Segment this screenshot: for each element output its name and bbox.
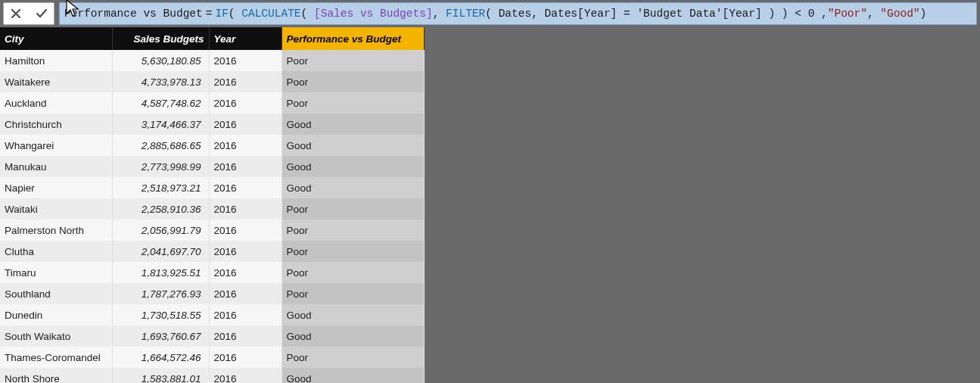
cell-year[interactable]: 2016 xyxy=(209,177,282,198)
cell-perf[interactable]: Good xyxy=(282,135,424,156)
cell-year[interactable]: 2016 xyxy=(209,114,282,135)
table-row[interactable]: Napier2,518,973.212016Good xyxy=(0,177,424,198)
cell-city[interactable]: Timaru xyxy=(0,262,112,283)
formula-bar: Performance vs Budget = IF( CALCULATE( [… xyxy=(0,0,980,27)
cell-perf[interactable]: Good xyxy=(282,156,424,177)
cell-city[interactable]: Waitaki xyxy=(0,198,112,220)
formula-input[interactable]: Performance vs Budget = IF( CALCULATE( [… xyxy=(59,2,977,25)
formula-bar-buttons xyxy=(3,2,54,25)
cell-city[interactable]: Southland xyxy=(0,283,112,304)
cell-budgets[interactable]: 1,583,881.01 xyxy=(112,368,209,383)
grid-header-row: CitySales BudgetsYearPerformance vs Budg… xyxy=(0,27,424,50)
table-row[interactable]: Auckland4,587,748.622016Poor xyxy=(0,92,424,114)
cell-perf[interactable]: Poor xyxy=(282,71,424,92)
table-row[interactable]: Manukau2,773,998.992016Good xyxy=(0,156,424,177)
cell-budgets[interactable]: 1,730,518.55 xyxy=(112,304,209,325)
cell-year[interactable]: 2016 xyxy=(209,135,282,156)
cell-city[interactable]: North Shore xyxy=(0,368,112,383)
table-row[interactable]: Southland1,787,276.932016Poor xyxy=(0,283,424,304)
formula-equals: = xyxy=(206,8,213,20)
cell-city[interactable]: Manukau xyxy=(0,156,112,177)
table-row[interactable]: Waitaki2,258,910.362016Poor xyxy=(0,198,424,220)
cell-city[interactable]: Auckland xyxy=(0,92,112,114)
cell-perf[interactable]: Poor xyxy=(282,220,424,241)
cell-city[interactable]: South Waikato xyxy=(0,325,112,347)
table-row[interactable]: Waitakere4,733,978.132016Poor xyxy=(0,71,424,92)
cell-year[interactable]: 2016 xyxy=(209,325,282,347)
cell-budgets[interactable]: 1,813,925.51 xyxy=(112,262,209,283)
cell-city[interactable]: Dunedin xyxy=(0,304,112,325)
cell-city[interactable]: Waitakere xyxy=(0,71,112,92)
table-row[interactable]: North Shore1,583,881.012016Good xyxy=(0,368,424,383)
cell-perf[interactable]: Good xyxy=(282,177,424,198)
table-row[interactable]: Christchurch3,174,466.372016Good xyxy=(0,114,424,135)
cell-perf[interactable]: Good xyxy=(282,325,424,347)
cell-year[interactable]: 2016 xyxy=(209,347,282,368)
cell-perf[interactable]: Poor xyxy=(282,50,424,71)
cell-budgets[interactable]: 2,773,998.99 xyxy=(112,156,209,177)
cell-perf[interactable]: Poor xyxy=(282,262,424,283)
cell-budgets[interactable]: 1,787,276.93 xyxy=(112,283,209,304)
cell-year[interactable]: 2016 xyxy=(209,156,282,177)
column-header-budgets[interactable]: Sales Budgets xyxy=(112,27,209,50)
cell-year[interactable]: 2016 xyxy=(209,262,282,283)
cell-budgets[interactable]: 2,258,910.36 xyxy=(112,198,209,220)
table-row[interactable]: Timaru1,813,925.512016Poor xyxy=(0,262,424,283)
cell-perf[interactable]: Poor xyxy=(282,347,424,368)
measure-name: Performance vs Budget xyxy=(64,8,203,20)
cell-perf[interactable]: Good xyxy=(282,114,424,135)
cell-year[interactable]: 2016 xyxy=(209,50,282,71)
grid-body: Hamilton5,630,180.852016PoorWaitakere4,7… xyxy=(0,50,424,383)
cell-perf[interactable]: Poor xyxy=(282,283,424,304)
cell-city[interactable]: Palmerston North xyxy=(0,220,112,241)
cell-budgets[interactable]: 2,041,697.70 xyxy=(112,241,209,262)
cell-budgets[interactable]: 4,587,748.62 xyxy=(112,92,209,114)
cell-perf[interactable]: Poor xyxy=(282,92,424,114)
commit-icon[interactable] xyxy=(33,5,51,23)
cell-budgets[interactable]: 2,056,991.79 xyxy=(112,220,209,241)
cell-year[interactable]: 2016 xyxy=(209,198,282,220)
cell-year[interactable]: 2016 xyxy=(209,304,282,325)
cell-year[interactable]: 2016 xyxy=(209,283,282,304)
cancel-icon[interactable] xyxy=(7,5,25,23)
cell-city[interactable]: Clutha xyxy=(0,241,112,262)
formula-expression: IF( CALCULATE( [Sales vs Budgets], FILTE… xyxy=(215,8,926,20)
data-grid[interactable]: CitySales BudgetsYearPerformance vs Budg… xyxy=(0,27,425,383)
cell-perf[interactable]: Poor xyxy=(282,241,424,262)
cell-city[interactable]: Thames-Coromandel xyxy=(0,347,112,368)
cell-city[interactable]: Hamilton xyxy=(0,50,112,71)
cell-budgets[interactable]: 3,174,466.37 xyxy=(112,114,209,135)
cell-year[interactable]: 2016 xyxy=(209,241,282,262)
cell-city[interactable]: Christchurch xyxy=(0,114,112,135)
table-row[interactable]: Dunedin1,730,518.552016Good xyxy=(0,304,424,325)
column-header-year[interactable]: Year xyxy=(209,27,282,50)
table-row[interactable]: South Waikato1,693,760.672016Good xyxy=(0,325,424,347)
table-row[interactable]: Palmerston North2,056,991.792016Poor xyxy=(0,220,424,241)
cell-city[interactable]: Napier xyxy=(0,177,112,198)
table-row[interactable]: Hamilton5,630,180.852016Poor xyxy=(0,50,424,71)
cell-perf[interactable]: Good xyxy=(282,304,424,325)
column-header-city[interactable]: City xyxy=(0,27,112,50)
cell-budgets[interactable]: 1,664,572.46 xyxy=(112,347,209,368)
cell-budgets[interactable]: 1,693,760.67 xyxy=(112,325,209,347)
cell-budgets[interactable]: 5,630,180.85 xyxy=(112,50,209,71)
column-header-perf[interactable]: Performance vs Budget xyxy=(282,27,424,50)
cell-year[interactable]: 2016 xyxy=(209,92,282,114)
cell-city[interactable]: Whangarei xyxy=(0,135,112,156)
data-grid-wrap: CitySales BudgetsYearPerformance vs Budg… xyxy=(0,27,980,383)
cell-budgets[interactable]: 4,733,978.13 xyxy=(112,71,209,92)
table-row[interactable]: Clutha2,041,697.702016Poor xyxy=(0,241,424,262)
cell-year[interactable]: 2016 xyxy=(209,71,282,92)
cell-year[interactable]: 2016 xyxy=(209,368,282,383)
table-row[interactable]: Whangarei2,885,686.652016Good xyxy=(0,135,424,156)
cell-perf[interactable]: Poor xyxy=(282,198,424,220)
cell-budgets[interactable]: 2,518,973.21 xyxy=(112,177,209,198)
table-row[interactable]: Thames-Coromandel1,664,572.462016Poor xyxy=(0,347,424,368)
cell-year[interactable]: 2016 xyxy=(209,220,282,241)
cell-perf[interactable]: Good xyxy=(282,368,424,383)
cell-budgets[interactable]: 2,885,686.65 xyxy=(112,135,209,156)
